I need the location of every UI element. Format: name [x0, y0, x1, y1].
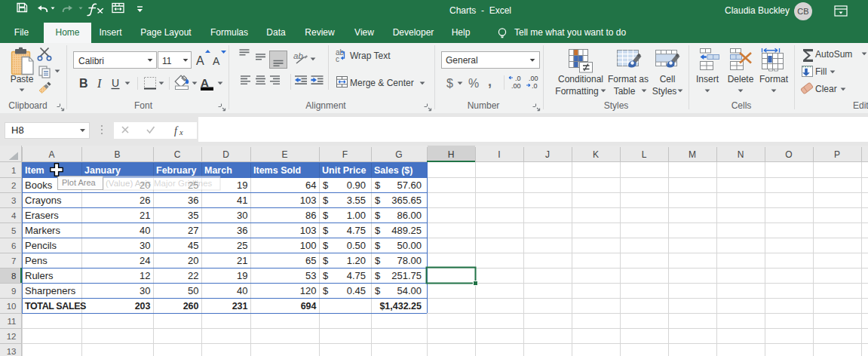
svg-text:Styles: Styles: [652, 86, 677, 97]
svg-text:c: c: [336, 55, 339, 63]
svg-text:36: 36: [188, 195, 198, 206]
svg-text:Cell: Cell: [660, 74, 676, 84]
svg-text:Fill: Fill: [815, 66, 827, 77]
svg-text:231: 231: [232, 301, 248, 312]
svg-text:,: ,: [488, 74, 492, 89]
svg-text:.0: .0: [515, 75, 521, 82]
svg-text:24: 24: [140, 255, 150, 266]
svg-text:$: $: [375, 240, 381, 251]
svg-text:K: K: [593, 149, 599, 160]
svg-text:Sales ($): Sales ($): [374, 165, 413, 176]
svg-text:0.50: 0.50: [347, 240, 366, 251]
svg-text:M: M: [689, 149, 696, 160]
svg-text:Books: Books: [25, 180, 53, 191]
svg-text:50.00: 50.00: [397, 240, 422, 251]
svg-text:A: A: [201, 76, 209, 89]
svg-text:Crayons: Crayons: [25, 195, 62, 206]
svg-text:86: 86: [305, 210, 316, 221]
svg-text:$: $: [323, 195, 329, 206]
svg-text:Unit Price: Unit Price: [322, 165, 366, 176]
svg-text:10: 10: [7, 302, 17, 311]
svg-text:30: 30: [140, 285, 150, 296]
svg-text:1.00: 1.00: [347, 210, 366, 221]
svg-text:.00: .00: [529, 75, 538, 82]
svg-text:35: 35: [188, 210, 198, 221]
svg-text:.00: .00: [511, 82, 521, 90]
svg-text:$: $: [375, 180, 381, 191]
svg-text:26: 26: [140, 195, 150, 206]
svg-text:January: January: [84, 165, 121, 176]
svg-text:1: 1: [11, 166, 16, 175]
svg-text:x: x: [179, 128, 183, 137]
svg-text:0.45: 0.45: [347, 285, 366, 296]
svg-text:Markers: Markers: [25, 225, 60, 236]
svg-text:694: 694: [301, 301, 317, 312]
svg-text:3: 3: [11, 196, 16, 205]
svg-text:Delete: Delete: [728, 74, 754, 84]
svg-text:Merge & Center: Merge & Center: [350, 78, 414, 88]
svg-text:30: 30: [237, 210, 247, 221]
svg-text:Sharpeners: Sharpeners: [25, 285, 76, 296]
svg-text:1.20: 1.20: [347, 255, 366, 266]
svg-text:5: 5: [11, 226, 16, 235]
svg-text:G: G: [395, 149, 402, 160]
svg-text:$: $: [323, 255, 329, 266]
svg-text:Cells: Cells: [732, 100, 752, 111]
svg-text:Plot Area: Plot Area: [62, 178, 97, 187]
svg-text:F: F: [342, 149, 348, 160]
svg-text:6: 6: [11, 241, 16, 250]
svg-text:Alignment: Alignment: [305, 100, 346, 111]
svg-text:Insert: Insert: [696, 74, 719, 84]
svg-text:U: U: [112, 77, 119, 89]
svg-text:A: A: [48, 149, 54, 160]
svg-text:f: f: [174, 125, 179, 137]
svg-text:260: 260: [183, 301, 199, 312]
svg-text:12: 12: [140, 270, 150, 281]
svg-text:25: 25: [237, 240, 247, 251]
svg-text:$: $: [375, 285, 381, 296]
svg-text:40: 40: [237, 285, 247, 296]
svg-text:53: 53: [305, 270, 316, 281]
svg-text:N: N: [738, 149, 744, 160]
svg-text:Item: Item: [25, 165, 44, 176]
svg-text:4.75: 4.75: [347, 270, 366, 281]
svg-text:11: 11: [8, 317, 17, 326]
svg-text:$: $: [323, 270, 329, 281]
svg-text:.0: .0: [532, 82, 538, 90]
svg-text:H: H: [448, 149, 455, 160]
svg-text:19: 19: [237, 270, 247, 281]
svg-text:TOTAL SALES: TOTAL SALES: [25, 301, 86, 312]
svg-text:Styles: Styles: [604, 100, 629, 111]
svg-text:7: 7: [11, 256, 16, 265]
svg-text:120: 120: [300, 285, 317, 296]
svg-text:21: 21: [140, 210, 150, 221]
svg-text:78.00: 78.00: [397, 255, 422, 266]
svg-text:12: 12: [7, 332, 17, 341]
svg-text:Font: Font: [134, 100, 153, 111]
svg-text:Format: Format: [759, 74, 789, 84]
svg-text:22: 22: [188, 270, 198, 281]
svg-text:I: I: [498, 149, 500, 160]
svg-text:Clear: Clear: [815, 84, 837, 94]
svg-text:Rulers: Rulers: [25, 270, 54, 281]
svg-text:Pencils: Pencils: [25, 240, 57, 251]
svg-text:3.55: 3.55: [347, 195, 366, 206]
svg-text:General: General: [446, 55, 478, 66]
svg-text:Items Sold: Items Sold: [253, 165, 301, 176]
svg-text:103: 103: [300, 195, 317, 206]
svg-text:Erasers: Erasers: [25, 210, 59, 221]
svg-text:Format as: Format as: [608, 74, 649, 84]
svg-text:O: O: [785, 149, 792, 160]
svg-text:Conditional: Conditional: [558, 74, 603, 84]
svg-text:11: 11: [162, 56, 172, 66]
svg-text:Clipboard: Clipboard: [8, 100, 47, 111]
svg-text:86.00: 86.00: [397, 210, 422, 221]
svg-text:P: P: [834, 149, 840, 160]
svg-text:103: 103: [300, 225, 317, 236]
svg-text:365.65: 365.65: [391, 195, 422, 206]
svg-text:Number: Number: [468, 100, 500, 111]
svg-text:Paste: Paste: [11, 74, 34, 84]
svg-text:AutoSum: AutoSum: [815, 49, 852, 60]
svg-text:J: J: [545, 149, 550, 160]
svg-text:65: 65: [305, 255, 316, 266]
